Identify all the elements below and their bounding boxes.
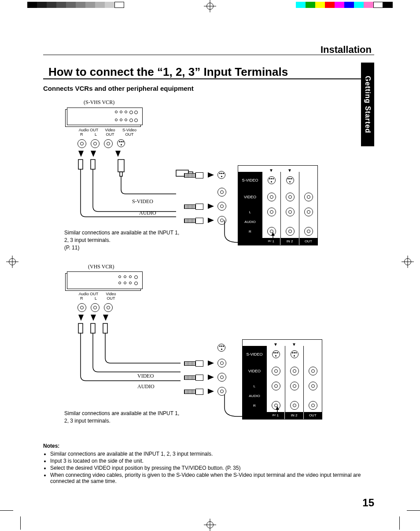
page: Installation Getting Started How to conn… bbox=[0, 0, 420, 531]
arrow-down-icon bbox=[103, 315, 108, 321]
audio-out-label-2: Audio OUT R L bbox=[77, 292, 99, 301]
panel-row-label: VIDEO bbox=[238, 189, 262, 205]
registration-mark-icon bbox=[204, 519, 216, 531]
rca-jack-icon bbox=[217, 373, 226, 382]
notes-block: Notes: Similar connections are available… bbox=[43, 443, 374, 485]
arrow-right-icon bbox=[208, 218, 214, 223]
svhs-vcr-icon bbox=[67, 108, 143, 125]
arrow-right-icon bbox=[208, 360, 214, 366]
arrow-down-icon bbox=[78, 315, 84, 321]
svideo-cable-label: S-VIDEO bbox=[132, 198, 153, 205]
arrow-right-icon bbox=[208, 375, 214, 380]
arrow-down-icon bbox=[91, 315, 96, 321]
audio-cable-label-2: AUDIO bbox=[137, 383, 155, 390]
rca-jack-icon bbox=[217, 202, 226, 211]
crop-mark bbox=[0, 510, 13, 511]
svideo-jack-icon bbox=[217, 171, 225, 179]
arrow-right-icon bbox=[208, 204, 214, 209]
rca-jack-icon bbox=[77, 303, 86, 312]
svg-rect-2 bbox=[78, 160, 83, 169]
rca-jack-icon bbox=[217, 188, 226, 197]
diagram1-caption: Similar connections are available at the… bbox=[64, 229, 183, 251]
arrow-right-icon bbox=[208, 172, 214, 178]
subheading: Connects VCRs and other peripheral equip… bbox=[43, 85, 194, 92]
registration-mark-icon bbox=[402, 256, 414, 268]
panel-row-label: VIDEO bbox=[243, 363, 266, 379]
rca-jack-icon bbox=[217, 216, 226, 225]
panel-footer-label: OUT bbox=[303, 412, 322, 419]
registration-mark-icon bbox=[6, 256, 18, 268]
cable-plug-icon bbox=[184, 204, 204, 209]
vcr2-output-jacks bbox=[77, 303, 113, 312]
video-out-label: Video OUT bbox=[101, 128, 119, 137]
svideo-jack-icon bbox=[286, 176, 294, 184]
svideo-jack-icon bbox=[268, 176, 276, 184]
svideo-jack-icon bbox=[117, 139, 125, 147]
note-item: When connecting video cables, priority i… bbox=[50, 472, 374, 484]
notes-title: Notes: bbox=[43, 443, 59, 449]
audio-out-label: Audio OUT R L bbox=[77, 128, 99, 137]
note-item: Input 3 is located on the side of the un… bbox=[50, 458, 374, 464]
down-arrows bbox=[78, 151, 121, 157]
video-cable-label: VIDEO bbox=[137, 373, 154, 379]
panel-row-label: L bbox=[243, 379, 266, 393]
down-arrows-2 bbox=[78, 315, 108, 321]
audio-cable-label: AUDIO bbox=[139, 210, 156, 216]
svg-rect-0 bbox=[118, 160, 124, 172]
svg-rect-3 bbox=[91, 160, 95, 169]
crop-mark bbox=[20, 516, 21, 530]
section-title: Installation bbox=[321, 44, 372, 56]
crop-mark bbox=[399, 516, 400, 530]
diagram2-device-label: (VHS VCR) bbox=[88, 264, 114, 270]
panel-row-label: AUDIO bbox=[243, 393, 266, 399]
panel-footer-label: IN 1 bbox=[262, 238, 280, 245]
panel-row-label: S-VIDEO bbox=[243, 346, 266, 363]
arrow-down-icon bbox=[115, 151, 121, 157]
panel-footer-label: IN 2 bbox=[280, 238, 298, 245]
input-panel-1: ▼ ▼ S-VIDEO VIDEO L bbox=[238, 165, 318, 245]
panel-row-label: S-VIDEO bbox=[238, 172, 262, 189]
panel-row-label: R bbox=[238, 225, 262, 238]
svg-rect-8 bbox=[91, 323, 95, 333]
printer-color-bar-left bbox=[27, 2, 124, 8]
diagram2-caption: Similar connections are available at the… bbox=[64, 410, 183, 425]
crop-mark bbox=[407, 510, 420, 511]
heading-underline bbox=[43, 78, 368, 79]
cable-plug-icon bbox=[184, 389, 204, 394]
rca-jack-icon bbox=[217, 387, 226, 396]
printer-color-bar-right bbox=[296, 2, 393, 8]
svideo-jack-icon bbox=[217, 344, 225, 352]
panel-footer-label: IN 1 bbox=[266, 412, 284, 419]
panel-footer-label: IN 2 bbox=[284, 412, 303, 419]
rca-jack-icon bbox=[104, 303, 113, 312]
arrow-down-icon bbox=[78, 151, 84, 157]
svideo-out-label: S-Video OUT bbox=[120, 128, 139, 137]
rca-jack-icon bbox=[91, 303, 99, 312]
plug-group-1 bbox=[184, 171, 226, 225]
rca-jack-icon bbox=[104, 139, 113, 148]
cable-plug-icon bbox=[184, 375, 204, 380]
rca-jack-icon bbox=[91, 139, 99, 148]
video-out-label-2: Video OUT bbox=[102, 292, 120, 301]
registration-mark-icon bbox=[204, 0, 216, 12]
svg-rect-1 bbox=[120, 172, 122, 176]
page-heading: How to connect the “1, 2, 3” Input Termi… bbox=[48, 65, 288, 79]
panel-row-label: AUDIO bbox=[238, 219, 262, 225]
cable-plug-icon bbox=[184, 360, 204, 366]
rca-jack-icon bbox=[217, 359, 226, 368]
cable-plug-icon bbox=[184, 218, 204, 223]
svg-rect-7 bbox=[78, 323, 83, 333]
panel-row-label: L bbox=[249, 210, 251, 214]
arrow-down-icon bbox=[91, 151, 96, 157]
svg-rect-9 bbox=[103, 323, 107, 333]
rca-jack-icon bbox=[77, 139, 86, 148]
input-panel-2: ▼ ▼ S-VIDEO VIDEO L bbox=[242, 339, 322, 420]
cable-plug-icon bbox=[184, 172, 204, 178]
vcr-output-jacks bbox=[77, 139, 125, 148]
panel-footer-label: OUT bbox=[299, 238, 317, 245]
header-rule bbox=[43, 55, 374, 55]
plug-group-2 bbox=[184, 344, 226, 396]
note-item: Select the desired VIDEO input position … bbox=[50, 465, 374, 471]
page-number: 15 bbox=[362, 497, 374, 509]
panel-row-label: R bbox=[243, 399, 266, 412]
